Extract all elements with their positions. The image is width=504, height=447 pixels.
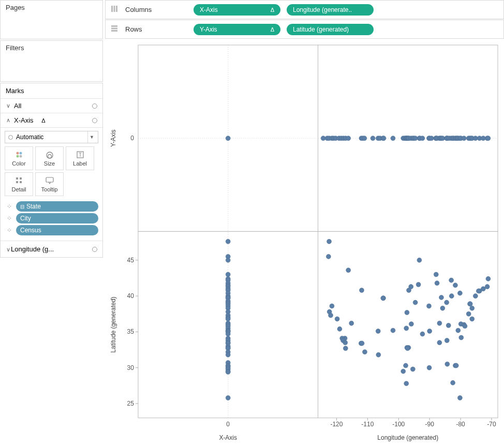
visualization[interactable]: 0-120-110-100-90-80-7002530354045X-AxisL…: [106, 42, 502, 447]
svg-point-219: [360, 341, 364, 346]
svg-point-229: [427, 365, 432, 370]
filters-label: Filters: [1, 41, 102, 55]
svg-point-1: [19, 152, 22, 155]
svg-point-238: [445, 362, 450, 366]
detail-pill-census[interactable]: ⁘ Census: [5, 225, 98, 235]
rows-icon: [111, 25, 119, 34]
marks-panel: Marks ∨All ∧X-Axis Δ Automatic ▼ Color: [0, 83, 103, 258]
svg-point-125: [226, 272, 230, 277]
svg-point-188: [439, 295, 443, 300]
marks-all-row[interactable]: ∨All: [1, 99, 102, 113]
svg-point-198: [329, 313, 333, 318]
mark-type-dropdown[interactable]: Automatic ▼: [5, 131, 98, 143]
circle-icon: [8, 135, 13, 140]
svg-point-176: [449, 278, 454, 282]
pages-label: Pages: [1, 1, 102, 14]
svg-point-153: [226, 332, 230, 336]
svg-point-205: [409, 322, 413, 326]
chevron-down-icon: ▼: [87, 131, 96, 143]
svg-point-185: [449, 294, 454, 299]
svg-point-178: [453, 283, 457, 288]
svg-point-145: [226, 317, 230, 321]
svg-point-218: [437, 340, 442, 345]
svg-point-122: [226, 239, 230, 244]
pill-longitude[interactable]: Longitude (generate..: [287, 4, 374, 16]
pill-latitude[interactable]: Latitude (generated): [287, 24, 374, 35]
svg-point-243: [446, 323, 451, 327]
size-card[interactable]: Size: [35, 146, 64, 170]
svg-text:-70: -70: [487, 421, 496, 428]
svg-point-235: [463, 324, 467, 329]
svg-text:-120: -120: [330, 421, 343, 428]
svg-text:-110: -110: [361, 421, 374, 428]
svg-point-228: [454, 363, 458, 368]
svg-point-190: [444, 300, 449, 305]
columns-shelf[interactable]: Columns X-AxisΔ Longitude (generate..: [105, 0, 504, 19]
svg-point-193: [468, 302, 472, 306]
pill-xaxis[interactable]: X-AxisΔ: [194, 4, 280, 16]
minus-box-icon: ⊟: [20, 204, 24, 210]
svg-point-224: [362, 350, 367, 354]
svg-point-171: [327, 239, 332, 244]
svg-point-88: [420, 136, 425, 141]
color-card[interactable]: Color: [5, 146, 33, 170]
columns-icon: [111, 5, 119, 14]
svg-point-72: [381, 136, 386, 141]
svg-point-179: [485, 285, 490, 289]
svg-text:T: T: [78, 152, 81, 158]
svg-point-0: [16, 152, 19, 155]
svg-point-169: [226, 370, 230, 375]
svg-rect-9: [20, 177, 22, 180]
svg-point-73: [391, 136, 395, 141]
svg-point-121: [486, 136, 491, 141]
svg-rect-10: [16, 181, 18, 183]
marks-longitude-row[interactable]: ∨Longitude (g...: [1, 241, 102, 257]
svg-point-208: [427, 329, 432, 334]
circle-icon: [92, 118, 97, 123]
svg-point-194: [426, 304, 431, 308]
detail-icon: [14, 176, 24, 185]
svg-point-245: [407, 288, 411, 293]
svg-text:40: 40: [127, 292, 135, 300]
svg-point-2: [16, 155, 19, 158]
svg-text:X-Axis: X-Axis: [219, 434, 237, 441]
svg-text:-100: -100: [392, 421, 405, 428]
svg-point-209: [404, 326, 409, 331]
detail-card[interactable]: Detail: [5, 172, 33, 196]
svg-point-124: [226, 258, 230, 262]
svg-rect-8: [16, 177, 18, 180]
svg-point-4: [47, 152, 53, 158]
svg-text:Latitude (generated): Latitude (generated): [110, 296, 117, 352]
svg-point-246: [346, 268, 351, 273]
svg-point-184: [473, 294, 478, 299]
tooltip-card[interactable]: Tooltip: [35, 172, 64, 196]
svg-point-206: [456, 328, 461, 333]
svg-point-242: [405, 310, 409, 315]
svg-point-91: [429, 136, 434, 141]
svg-point-173: [417, 258, 422, 262]
pill-yaxis[interactable]: Y-AxisΔ: [194, 24, 280, 35]
svg-point-187: [381, 296, 386, 301]
svg-point-231: [401, 369, 406, 374]
svg-text:0: 0: [226, 421, 230, 428]
rows-shelf[interactable]: Rows Y-AxisΔ Latitude (generated): [105, 20, 504, 39]
label-card[interactable]: T Label: [66, 146, 94, 170]
svg-point-53: [226, 136, 230, 141]
svg-rect-22: [318, 231, 498, 418]
svg-point-196: [440, 306, 445, 310]
svg-point-241: [420, 332, 425, 336]
detail-pill-city[interactable]: ⁘ City: [5, 213, 98, 224]
svg-rect-15: [116, 6, 117, 12]
svg-rect-18: [111, 30, 117, 32]
svg-point-67: [362, 136, 367, 141]
circle-icon: [92, 247, 97, 252]
marks-xaxis-row[interactable]: ∧X-Axis Δ: [1, 113, 102, 128]
svg-point-236: [476, 289, 481, 293]
svg-text:0: 0: [130, 135, 134, 142]
svg-point-230: [410, 367, 415, 371]
svg-point-225: [405, 346, 410, 351]
detail-pill-state[interactable]: ⁘ ⊟State: [5, 201, 98, 212]
svg-point-195: [470, 306, 475, 310]
svg-point-174: [434, 272, 438, 277]
detail-icon: ⁘: [5, 215, 14, 222]
